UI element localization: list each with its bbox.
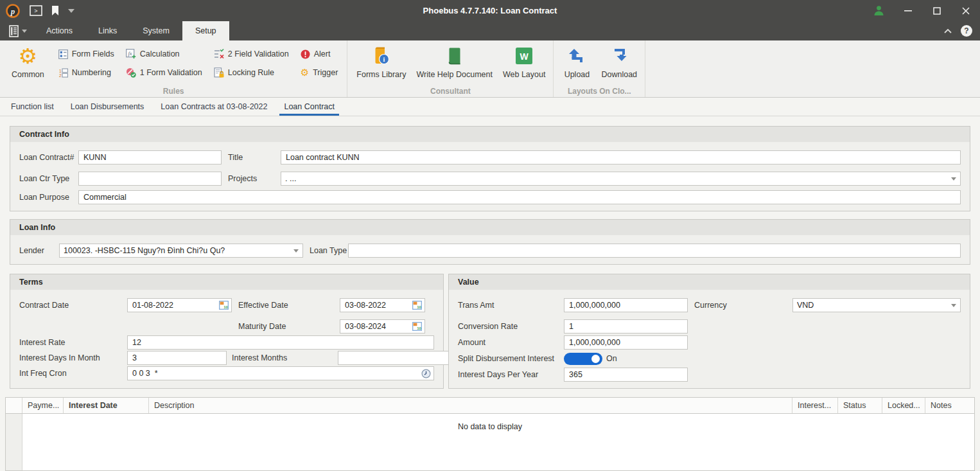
web-layout-button[interactable]: W Web Layout [498,44,550,81]
lender-combo[interactable]: 100023. -HSBC-115 Nguy?n Đình Chi?u Qu? [59,244,303,258]
calendar-icon[interactable]: 10 [410,299,423,311]
svg-text:i: i [383,56,385,63]
user-icon[interactable] [864,0,893,21]
help-icon[interactable]: ? [961,25,972,37]
locking-rule-button[interactable]: Locking Rule [209,64,295,81]
int-freq-cron-input[interactable] [132,369,419,378]
ribbon-group-rules: ⚙ Common Form Fields [0,40,347,97]
svg-text:>: > [34,8,37,14]
gear-icon: ⚙ [19,46,38,67]
console-icon[interactable]: > [30,5,42,16]
calendar-icon[interactable]: 10 [410,321,423,332]
calendar-icon[interactable]: 10 [217,299,230,311]
interest-days-per-year-input[interactable] [564,368,688,382]
int-freq-cron-field[interactable] [127,366,434,380]
maximize-button[interactable] [922,0,951,21]
chevron-down-icon [951,304,956,307]
menu-item-setup[interactable]: Setup [182,21,229,40]
tab-loan-disbursements[interactable]: Loan Disbursements [62,98,153,116]
write-help-document-button[interactable]: Write Help Document [411,44,498,81]
conversion-rate-label: Conversion Rate [458,322,564,331]
svg-text:W: W [520,51,529,62]
alert-button[interactable]: Alert [295,46,345,62]
loan-ctr-type-input[interactable] [78,172,222,186]
projects-combo[interactable]: . ... [281,172,961,186]
numbering-button[interactable]: 1 2 Numbering [53,64,121,81]
effective-date-field[interactable]: 10 [340,298,425,312]
tab-function-list[interactable]: Function list [3,98,62,116]
grid-column-interest-date[interactable]: Interest Date [64,398,149,413]
grid-column-payment[interactable]: Payme... [22,398,64,413]
ribbon: ⚙ Common Form Fields [0,40,980,98]
chevron-down-icon [951,177,956,181]
forms-library-icon: i [371,46,392,67]
currency-combo[interactable]: VND [792,298,961,312]
calculation-icon: fx [126,49,136,59]
alert-icon [301,49,310,59]
form-view-icon[interactable] [0,21,33,40]
common-button[interactable]: ⚙ Common [6,44,49,81]
form-validation-icon [126,67,136,78]
maturity-date-field[interactable]: 10 [340,319,425,333]
form-fields-button[interactable]: Form Fields [53,46,121,62]
grid-column-notes[interactable]: Notes [925,398,974,413]
svg-text:10: 10 [417,305,421,309]
loan-contract-input[interactable] [78,150,222,164]
interest-months-input[interactable] [338,351,451,365]
loan-contract-label: Loan Contract# [19,153,78,162]
field-validation-button[interactable]: 2 Field Validation [209,46,295,62]
interest-days-per-year-label: Interest Days Per Year [458,370,564,379]
loan-purpose-input[interactable] [78,190,961,204]
contract-date-field[interactable]: 10 [127,298,232,312]
split-disbursement-toggle[interactable] [564,353,602,365]
form-fields-icon [58,49,68,59]
grid-column-description[interactable]: Description [149,398,792,413]
close-button[interactable] [951,0,980,21]
effective-date-input[interactable] [345,301,410,310]
bookmark-icon[interactable] [51,6,59,16]
amount-input[interactable] [564,335,688,350]
chevron-down-icon [293,249,299,253]
quickbar-dropdown-icon[interactable] [68,9,74,13]
loan-ctr-type-label: Loan Ctr Type [19,174,78,183]
interest-rate-input[interactable] [127,335,434,350]
grid-column-interest[interactable]: Interest... [792,398,838,413]
conversion-rate-input[interactable] [564,319,688,333]
menu-item-system[interactable]: System [130,21,182,40]
int-freq-cron-label: Int Freq Cron [19,369,127,378]
svg-text:fx: fx [128,50,132,57]
forms-library-button[interactable]: i Forms Library [351,44,411,81]
svg-text:10: 10 [223,305,228,309]
maturity-date-input[interactable] [345,322,410,331]
download-button[interactable]: Download [596,44,642,81]
minimize-button[interactable] [893,0,922,21]
field-validation-icon [214,49,224,59]
clock-icon[interactable] [419,368,432,379]
form-validation-button[interactable]: 1 Form Validation [121,64,209,81]
menu-item-links[interactable]: Links [85,21,130,40]
grid-column-status[interactable]: Status [838,398,882,413]
grid-column-locked[interactable]: Locked... [882,398,925,413]
title-input[interactable] [281,150,961,164]
calculation-button[interactable]: fx Calculation [121,46,209,62]
contract-date-input[interactable] [132,301,217,310]
tab-loan-contracts-at-date[interactable]: Loan Contracts at 03-08-2022 [152,98,276,116]
collapse-ribbon-icon[interactable] [944,29,952,33]
contract-info-groupbox: Contract Info Loan Contract# Title Loan … [10,126,970,211]
document-tabs: Function list Loan Disbursements Loan Co… [0,98,980,116]
tab-loan-contract[interactable]: Loan Contract [276,98,343,116]
upload-button[interactable]: Upload [557,44,596,81]
projects-label: Projects [228,174,281,183]
amount-label: Amount [458,338,564,347]
trans-amt-input[interactable] [564,298,688,312]
trans-amt-label: Trans Amt [458,301,564,310]
phoebus-logo-icon: p [5,3,21,19]
interest-days-in-month-input[interactable] [127,351,227,365]
menu-item-actions[interactable]: Actions [33,21,85,40]
window-title: Phoebus 4.7.7.140: Loan Contract [0,6,980,15]
trigger-button[interactable]: ⚙ Trigger [295,64,345,81]
grid-body[interactable]: No data to display [6,414,974,470]
title-label: Title [228,153,281,162]
loan-type-input[interactable] [348,244,961,258]
ribbon-separator [645,40,645,97]
